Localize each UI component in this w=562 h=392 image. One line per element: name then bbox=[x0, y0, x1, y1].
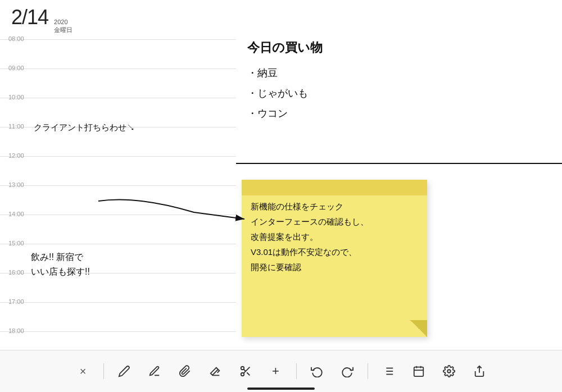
share-icon bbox=[473, 365, 486, 377]
sticky-line-1: 新機能の仕様をチェック bbox=[251, 199, 418, 214]
svg-point-16 bbox=[447, 370, 451, 373]
scissors-button[interactable] bbox=[235, 361, 256, 381]
calendar-button[interactable] bbox=[409, 361, 429, 381]
shopping-item-1: ・納豆 bbox=[247, 63, 551, 83]
settings-icon bbox=[443, 365, 455, 377]
time-slot: 12:00 bbox=[0, 156, 236, 185]
date-display: 2/14 bbox=[11, 6, 48, 29]
time-label: 13:00 bbox=[8, 181, 24, 188]
list-button[interactable] bbox=[378, 361, 398, 381]
time-label: 08:00 bbox=[8, 35, 24, 42]
weekday-label: 金曜日 bbox=[54, 26, 72, 34]
sticky-line-5: 開発に要確認 bbox=[251, 259, 418, 275]
shopping-item-2: ・じゃがいも bbox=[247, 83, 551, 103]
eraser-button[interactable] bbox=[205, 361, 225, 381]
sticky-note[interactable]: 新機能の仕様をチェック インターフェースの確認もし、 改善提案を出す。 V3.0… bbox=[242, 180, 427, 337]
toolbar-divider-3 bbox=[368, 363, 368, 379]
time-label: 15:00 bbox=[8, 240, 24, 247]
pen-icon bbox=[118, 365, 130, 377]
pencil-icon bbox=[148, 365, 161, 377]
close-button[interactable]: × bbox=[73, 361, 93, 381]
date-sub: 2020 金曜日 bbox=[54, 18, 72, 34]
clip-button[interactable] bbox=[175, 361, 195, 381]
sticky-line-3: 改善提案を出す。 bbox=[251, 229, 418, 244]
year-label: 2020 bbox=[54, 18, 72, 26]
time-slot: 09:00 bbox=[0, 69, 236, 98]
toolbar-divider-1 bbox=[103, 363, 104, 379]
svg-line-4 bbox=[247, 372, 250, 375]
redo-button[interactable] bbox=[337, 361, 357, 381]
clip-icon bbox=[179, 365, 191, 377]
time-label: 11:00 bbox=[8, 123, 24, 130]
time-label: 09:00 bbox=[8, 65, 24, 71]
shopping-list: 今日の買い物 ・納豆 ・じゃがいも ・ウコン bbox=[247, 39, 551, 124]
header: 2/14 2020 金曜日 bbox=[11, 6, 72, 34]
toolbar: × + bbox=[0, 350, 562, 392]
plus-button[interactable]: + bbox=[266, 361, 286, 381]
calendar-icon bbox=[413, 365, 425, 377]
undo-button[interactable] bbox=[307, 361, 327, 381]
section-divider bbox=[236, 163, 562, 164]
shopping-item-3: ・ウコン bbox=[247, 103, 551, 124]
settings-button[interactable] bbox=[439, 361, 459, 381]
svg-point-2 bbox=[241, 373, 244, 376]
calendar-entry-1: クライアント打ちらわせ↘ bbox=[34, 122, 135, 133]
time-label: 17:00 bbox=[8, 298, 24, 305]
time-slot: 17:00 bbox=[0, 302, 236, 331]
eraser-icon bbox=[209, 365, 221, 377]
arrow-connector bbox=[93, 190, 250, 229]
time-label: 16:00 bbox=[8, 269, 24, 276]
sticky-line-2: インターフェースの確認もし、 bbox=[251, 214, 418, 229]
undo-icon bbox=[311, 365, 323, 377]
pencil-button[interactable] bbox=[144, 361, 165, 381]
svg-line-5 bbox=[243, 369, 246, 371]
time-slot: 08:00 bbox=[0, 39, 236, 69]
svg-rect-12 bbox=[414, 367, 423, 377]
svg-point-1 bbox=[241, 367, 244, 370]
notes-area[interactable]: 今日の買い物 ・納豆 ・じゃがいも ・ウコン 新機能の仕様をチェック インターフ… bbox=[247, 28, 562, 347]
redo-icon bbox=[341, 365, 353, 377]
home-indicator bbox=[247, 388, 315, 390]
sticky-note-content: 新機能の仕様をチェック インターフェースの確認もし、 改善提案を出す。 V3.0… bbox=[251, 199, 418, 275]
calendar-entry-2: 飲み!! 新宿で いい店も探す!! bbox=[31, 250, 90, 279]
time-label: 14:00 bbox=[8, 211, 24, 217]
time-label: 12:00 bbox=[8, 152, 24, 159]
list-icon bbox=[382, 365, 395, 377]
calendar-entry-1-text: クライアント打ちらわせ↘ bbox=[34, 122, 135, 132]
sticky-note-header bbox=[242, 180, 427, 195]
calendar-entry-2-line2: いい店も探す!! bbox=[31, 265, 90, 279]
toolbar-divider-2 bbox=[296, 363, 297, 379]
time-label: 18:00 bbox=[8, 327, 24, 334]
shopping-title: 今日の買い物 bbox=[247, 39, 551, 56]
time-label: 10:00 bbox=[8, 94, 24, 101]
calendar-entry-2-line1: 飲み!! 新宿で bbox=[31, 250, 90, 265]
sticky-line-4: V3.01は動作不安定なので、 bbox=[251, 244, 418, 259]
pen-button[interactable] bbox=[114, 361, 134, 381]
share-button[interactable] bbox=[469, 361, 490, 381]
scissors-icon bbox=[239, 365, 252, 377]
